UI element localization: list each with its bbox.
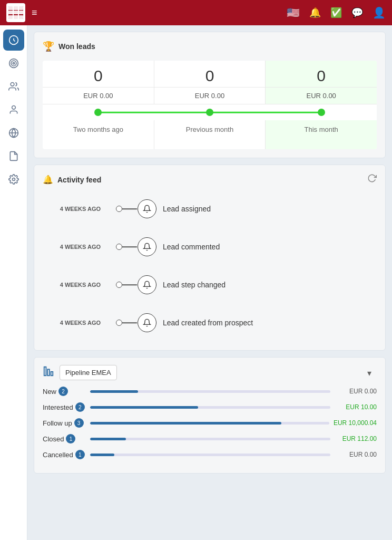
chat-icon[interactable]: 💬 — [351, 7, 363, 18]
user-account-icon[interactable]: 👤 — [373, 6, 386, 19]
wl-amt-prev-month: EUR 0.00 — [154, 88, 266, 104]
wl-num-prev-month: 0 — [154, 61, 266, 87]
pipeline-bar — [90, 406, 330, 409]
svg-rect-16 — [51, 371, 53, 375]
pipeline-bar-fill — [90, 390, 138, 393]
pipeline-bar — [90, 454, 330, 456]
pipeline-row-label: Interested 2 — [43, 402, 90, 412]
pipeline-badge: 1 — [75, 450, 85, 459]
pipeline-row-label: New 2 — [43, 387, 90, 396]
pipeline-bar-bg — [90, 438, 330, 440]
wl-lbl-two-months: Two months ago — [43, 120, 154, 149]
notification-bell-icon[interactable]: 🔔 — [309, 7, 321, 18]
wl-timeline — [43, 104, 377, 120]
flag-icon[interactable]: 🇺🇸 — [287, 6, 300, 19]
pipeline-bar-bg — [90, 454, 330, 456]
wl-num-this-month: 0 — [266, 61, 377, 87]
svg-rect-5 — [8, 15, 23, 19]
activity-time: 4 WEEKS AGO — [43, 206, 101, 212]
svg-rect-3 — [8, 6, 23, 10]
pipeline-bar-fill — [90, 422, 281, 425]
activity-bell-circle — [138, 313, 156, 332]
pipeline-badge: 2 — [58, 387, 68, 396]
pipeline-badge: 3 — [74, 418, 84, 428]
pipeline-bar — [90, 438, 330, 440]
pipeline-select[interactable]: Pipeline EMEA Pipeline US Pipeline APAC — [60, 365, 117, 380]
pipeline-bar-fill — [90, 406, 198, 409]
wl-amt-two-months: EUR 0.00 — [43, 88, 154, 104]
wl-labels: Two months ago Previous month This month — [43, 120, 377, 149]
activity-list: 4 WEEKS AGO Lead assigned 4 WEEKS AGO Le… — [43, 190, 377, 342]
pipeline-chart-icon — [43, 365, 54, 380]
pipeline-amount: EUR 0.00 — [335, 388, 377, 395]
activity-bell-circle — [138, 275, 156, 294]
pipeline-row: Cancelled 1 EUR 0.00 — [43, 450, 377, 459]
activity-feed-title: Activity feed — [57, 176, 101, 184]
trophy-icon: 🏆 — [43, 41, 54, 52]
pipeline-badge: 1 — [66, 434, 75, 443]
pipeline-row-label: Closed 1 — [43, 434, 90, 443]
pipeline-amount: EUR 112.00 — [335, 435, 377, 442]
pipeline-row: Closed 1 EUR 112.00 — [43, 434, 377, 443]
svg-point-10 — [11, 83, 14, 86]
svg-point-8 — [11, 61, 16, 66]
pipeline-rows: New 2 EUR 0.00 Interested 2 EUR 10.00 Fo… — [43, 387, 377, 459]
activity-item: 4 WEEKS AGO Lead assigned — [43, 190, 377, 228]
activity-item: 4 WEEKS AGO Lead commented — [43, 228, 377, 266]
sidebar-item-person[interactable] — [3, 99, 24, 120]
svg-point-11 — [12, 106, 15, 110]
activity-feed-header: 🔔 Activity feed — [43, 173, 377, 186]
won-leads-table: 0 0 0 EUR 0.00 — [43, 61, 377, 149]
app-logo — [6, 3, 25, 22]
pipeline-bar-bg — [90, 406, 330, 409]
pipeline-select-wrapper[interactable]: Pipeline EMEA Pipeline US Pipeline APAC — [60, 365, 377, 380]
pipeline-row: Follow up 3 EUR 10,000.04 — [43, 418, 377, 428]
activity-bell-icon: 🔔 — [43, 175, 53, 185]
activity-bell-circle — [138, 199, 156, 218]
pipeline-bar-fill — [90, 454, 114, 456]
activity-time: 4 WEEKS AGO — [43, 282, 101, 288]
activity-item: 4 WEEKS AGO Lead step changed — [43, 266, 377, 304]
sidebar-item-team[interactable] — [3, 76, 24, 97]
svg-point-9 — [13, 62, 14, 64]
pipeline-amount: EUR 0.00 — [335, 451, 377, 458]
pipeline-card: Pipeline EMEA Pipeline US Pipeline APAC … — [34, 357, 386, 474]
activity-time: 4 WEEKS AGO — [43, 320, 101, 326]
top-navigation: ≡ 🇺🇸 🔔 ✅ 💬 👤 — [0, 0, 392, 25]
svg-rect-4 — [8, 11, 23, 14]
activity-title-group: 🔔 Activity feed — [43, 175, 101, 185]
pipeline-row: Interested 2 EUR 10.00 — [43, 402, 377, 412]
activity-label: Lead commented — [163, 243, 220, 251]
wl-amt-this-month: EUR 0.00 — [266, 88, 377, 104]
wl-lbl-this-month: This month — [266, 120, 377, 149]
won-leads-header: 🏆 Won leads — [43, 41, 377, 52]
wl-lbl-prev-month: Previous month — [154, 120, 266, 149]
activity-item: 4 WEEKS AGO Lead created from prospect — [43, 304, 377, 342]
pipeline-row-label: Cancelled 1 — [43, 450, 90, 459]
pipeline-bar-fill — [90, 438, 126, 440]
sidebar-item-file[interactable] — [3, 146, 24, 167]
pipeline-header: Pipeline EMEA Pipeline US Pipeline APAC — [43, 365, 377, 380]
pipeline-amount: EUR 10,000.04 — [334, 419, 377, 427]
pipeline-badge: 2 — [75, 402, 85, 412]
pipeline-bar — [90, 422, 329, 425]
hamburger-menu[interactable]: ≡ — [32, 7, 37, 18]
check-circle-icon[interactable]: ✅ — [330, 7, 342, 18]
activity-feed-card: 🔔 Activity feed 4 WEEKS AGO — [34, 165, 386, 351]
refresh-icon[interactable] — [367, 173, 377, 186]
won-leads-card: 🏆 Won leads 0 0 0 — [34, 32, 386, 158]
sidebar-item-dashboard[interactable] — [3, 30, 24, 51]
won-leads-title: Won leads — [58, 42, 95, 51]
pipeline-row-label: Follow up 3 — [43, 418, 90, 428]
activity-label: Lead step changed — [163, 281, 226, 289]
main-content: 🏆 Won leads 0 0 0 — [27, 25, 392, 540]
activity-time: 4 WEEKS AGO — [43, 244, 101, 250]
sidebar-item-target[interactable] — [3, 53, 24, 74]
svg-rect-14 — [44, 367, 46, 375]
activity-label: Lead created from prospect — [163, 319, 253, 327]
pipeline-bar-bg — [90, 390, 330, 393]
sidebar-item-settings[interactable] — [3, 169, 24, 190]
sidebar-item-globe[interactable] — [3, 122, 24, 143]
activity-bell-circle — [138, 237, 156, 256]
pipeline-row: New 2 EUR 0.00 — [43, 387, 377, 396]
